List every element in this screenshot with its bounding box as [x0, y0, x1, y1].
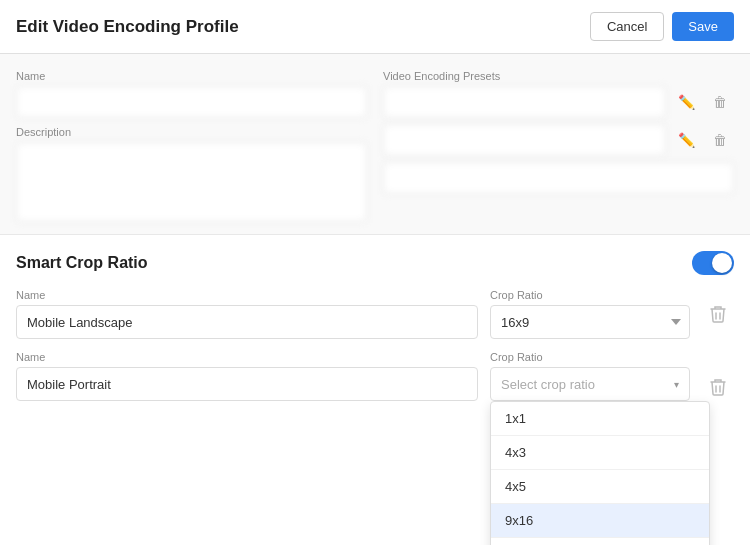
- delete-landscape-button[interactable]: [702, 298, 734, 330]
- header-buttons: Cancel Save: [590, 12, 734, 41]
- cancel-button[interactable]: Cancel: [590, 12, 664, 41]
- delete-preset-2-button[interactable]: 🗑: [706, 126, 734, 154]
- name-input-landscape[interactable]: [16, 305, 478, 339]
- header: Edit Video Encoding Profile Cancel Save: [0, 0, 750, 54]
- save-button[interactable]: Save: [672, 12, 734, 41]
- smart-crop-section: Smart Crop Ratio Name Crop Ratio 16x9 1x…: [0, 235, 750, 403]
- smart-crop-title: Smart Crop Ratio: [16, 254, 148, 272]
- preset-input-2: [383, 124, 666, 156]
- ratio-label-landscape: Crop Ratio: [490, 289, 690, 301]
- dropdown-menu: 1x1 4x3 4x5 9x16 16x9: [490, 401, 710, 545]
- dropdown-item-9x16[interactable]: 9x16: [491, 504, 709, 538]
- description-input-blurred: [16, 142, 367, 222]
- delete-preset-1-button[interactable]: 🗑: [706, 88, 734, 116]
- name-input-blurred: [16, 86, 367, 118]
- ratio-label-portrait: Crop Ratio: [490, 351, 690, 363]
- delete-portrait-button[interactable]: [702, 371, 734, 403]
- preset-row-2: ✏️ 🗑: [383, 124, 734, 156]
- preset-input-1: [383, 86, 666, 118]
- page-title: Edit Video Encoding Profile: [16, 17, 239, 37]
- chevron-down-icon: ▾: [674, 379, 679, 390]
- add-preset-input: [383, 162, 734, 194]
- smart-crop-toggle[interactable]: [692, 251, 734, 275]
- name-label-landscape: Name: [16, 289, 478, 301]
- dropdown-item-1x1[interactable]: 1x1: [491, 402, 709, 436]
- crop-ratio-field-landscape: Crop Ratio 16x9 1x1 4x3 4x5 9x16: [490, 289, 690, 339]
- edit-preset-2-button[interactable]: ✏️: [672, 126, 700, 154]
- description-label: Description: [16, 126, 367, 138]
- left-fields: Name Description: [16, 70, 367, 222]
- dropdown-container: Select crop ratio ▾ 1x1 4x3 4x5 9x16 16x…: [490, 367, 690, 401]
- encoding-presets-label: Video Encoding Presets: [383, 70, 734, 82]
- dropdown-item-4x3[interactable]: 4x3: [491, 436, 709, 470]
- crop-name-field-portrait: Name: [16, 351, 478, 401]
- name-label-portrait: Name: [16, 351, 478, 363]
- name-input-portrait[interactable]: [16, 367, 478, 401]
- preset-row-1: ✏️ 🗑: [383, 86, 734, 118]
- right-fields: Video Encoding Presets ✏️ 🗑 ✏️ 🗑: [383, 70, 734, 222]
- edit-preset-1-button[interactable]: ✏️: [672, 88, 700, 116]
- toggle-slider: [692, 251, 734, 275]
- dropdown-item-16x9[interactable]: 16x9: [491, 538, 709, 545]
- ratio-select-landscape[interactable]: 16x9 1x1 4x3 4x5 9x16: [490, 305, 690, 339]
- smart-crop-header: Smart Crop Ratio: [16, 251, 734, 275]
- crop-ratio-dropdown-portrait[interactable]: Select crop ratio ▾: [490, 367, 690, 401]
- crop-row-landscape: Name Crop Ratio 16x9 1x1 4x3 4x5 9x16: [16, 289, 734, 339]
- crop-row-portrait: Name Crop Ratio Select crop ratio ▾ 1x1 …: [16, 351, 734, 403]
- crop-name-field-landscape: Name: [16, 289, 478, 339]
- dropdown-item-4x5[interactable]: 4x5: [491, 470, 709, 504]
- add-preset-row: [383, 162, 734, 194]
- crop-ratio-field-portrait: Crop Ratio Select crop ratio ▾ 1x1 4x3 4…: [490, 351, 690, 401]
- top-section: Name Description Video Encoding Presets …: [0, 54, 750, 235]
- dropdown-placeholder: Select crop ratio: [501, 377, 595, 392]
- name-label: Name: [16, 70, 367, 82]
